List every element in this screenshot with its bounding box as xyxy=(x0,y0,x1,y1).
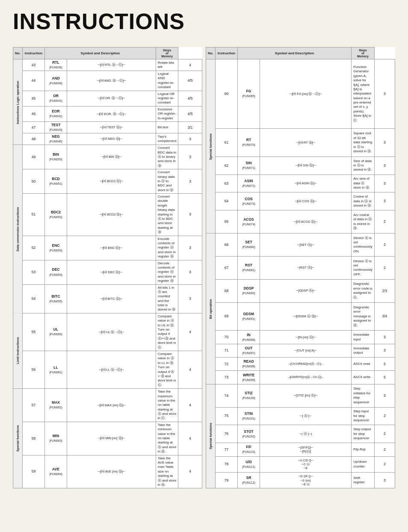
row-symbol: ─[⒜ RTL ⓑ→ⓒ]─ xyxy=(67,59,156,71)
row-symbol: ─[⒜ SIN ⓑ]─ xyxy=(260,157,352,174)
row-no: 72 xyxy=(216,358,238,371)
row-no: 77 xyxy=(216,443,238,456)
category-label-data-conv: Data conversion instructions xyxy=(13,145,23,313)
row-no: 65 xyxy=(216,210,238,233)
table-row: Special functions 74 STIZ(FUN100) ─[STIZ… xyxy=(206,384,395,407)
row-instruction: COS(FUN073) xyxy=(238,192,260,210)
table-row: 75 STIN(FUN101) ─[ Ⓐ ]─ Step input for s… xyxy=(206,407,395,425)
table-row: 72 READ(FUN098) ─[CH.⒜READ[nn]ⓑ→ⓒ]─ ASCI… xyxy=(206,358,395,371)
table-row: 54 BITC(FUN055) ─[⒜ BITC ⓑ]─ All bits 1 … xyxy=(13,284,202,313)
row-symbol: ─[DDSP Ⓐ]─ xyxy=(260,279,352,302)
row-instruction: SR(FUN112) xyxy=(238,472,260,488)
table-row: 67 RST(FUN081) ─[RST Ⓐ]─ Device Ⓐ is set… xyxy=(206,256,395,279)
row-instruction: ACOS(FUN074) xyxy=(238,210,260,233)
row-symbol: ─[⒜ ASIN ⓑ]─ xyxy=(260,174,352,192)
row-steps: 3 xyxy=(178,145,202,169)
row-symbol: ─[⒜ DEC ⓑ]─ xyxy=(67,260,156,284)
row-instruction: U/D(FUN111) xyxy=(238,456,260,472)
table-row: 52 ENC(FUN053) ─[⒜ ENC ⓑ]─ Encode conten… xyxy=(13,236,202,260)
row-symbol: ─[⒜ BCD2 ⓑ]─ xyxy=(67,194,156,236)
row-instruction: STIN(FUN101) xyxy=(238,407,260,425)
table-row: 50 BCD(FUN051) ─[⒜ BCD1 ⓑ]─ Convert bina… xyxy=(13,169,202,194)
page-title: INSTRUCTIONS xyxy=(13,9,395,34)
row-no: 76 xyxy=(216,425,238,443)
row-symbol: ─[⒜ ACOS ⓑ]─ xyxy=(260,210,352,233)
table-row: 65 ACOS(FUN074) ─[⒜ ACOS ⓑ]─ Arc cosine … xyxy=(206,210,395,233)
row-steps: 4 xyxy=(178,389,202,422)
row-no: 52 xyxy=(23,236,45,260)
row-no: 53 xyxy=(23,260,45,284)
table-row: 46 EOR(FUN042) ─[⒜ EOR. ⓑ→ⓒ]─ Exclusive … xyxy=(13,106,202,121)
row-no: 64 xyxy=(216,192,238,210)
table-row: 77 F/F(FUN110) ─[SF/FQ]─ ─[R(Ⓐ)] Filp-fl… xyxy=(206,443,395,456)
row-instruction: FG(FUN065) xyxy=(238,59,260,129)
row-steps: 3 xyxy=(178,194,202,236)
table-row: Data conversion instructions 49 BIN(FUN0… xyxy=(13,145,202,169)
row-symbol: ─[CH.⒜READ[nn]ⓑ→ⓒ]─ xyxy=(260,358,352,371)
table-row: 53 DEC(FUN054) ─[⒜ DEC ⓑ]─ Decode conten… xyxy=(13,260,202,284)
row-no: 79 xyxy=(216,472,238,488)
row-steps: 3 xyxy=(374,331,395,344)
row-instruction: TEST(FUN043) xyxy=(45,122,67,133)
row-symbol: ─[⒜ FG [nn] ⓑ→ⓒ]─ xyxy=(260,59,352,129)
row-desc: Square root of 32-bit data starting in Ⓐ… xyxy=(352,128,374,157)
table-row: 61 RT(FUN070) ─[⒜ RT ⓑ]─ Square root of … xyxy=(206,128,395,157)
row-instruction: WRITE(FUN099) xyxy=(238,371,260,384)
row-steps: 3 xyxy=(374,192,395,210)
row-desc: Up/down counter xyxy=(352,456,374,472)
row-desc: Cosine of data in Ⓐ is stored in Ⓑ. xyxy=(352,192,374,210)
left-instruction-table: No. Instruction Symbol and Description S… xyxy=(13,47,202,488)
row-instruction: RST(FUN081) xyxy=(238,256,260,279)
row-symbol: ─[⒜ NEG ⓑ]─ xyxy=(67,133,156,145)
table-row: 62 SIN(FUN071) ─[⒜ SIN ⓑ]─ Sine of data … xyxy=(206,157,395,174)
row-no: 44 xyxy=(23,71,45,91)
table-row: Bit operation 66 SET(FUN080) ─[SET Ⓐ]─ D… xyxy=(206,233,395,257)
row-desc: Diagnostic error code is assigned to Ⓐ. xyxy=(352,279,374,302)
row-symbol: ─[⒜ BCD1 ⓑ]─ xyxy=(67,169,156,194)
row-steps: 3 xyxy=(374,344,395,357)
row-desc: Two's complement xyxy=(156,133,178,145)
table-row: 70 IN(FUN096) ─[IN [nn] Ⓐ]─ Immediate in… xyxy=(206,331,395,344)
row-symbol: ─[RST Ⓐ]─ xyxy=(260,256,352,279)
row-instruction: SET(FUN080) xyxy=(238,233,260,257)
row-desc: Compare value in Ⓐ to LL in Ⓑ. Turn on o… xyxy=(156,351,178,388)
row-desc: Decode contents of register Ⓐ and store … xyxy=(156,260,178,284)
row-desc: Shift register xyxy=(352,472,374,488)
row-symbol: ─[⒜ BIN ⓑ]─ xyxy=(67,145,156,169)
row-instruction: UL(FUN060) xyxy=(45,313,67,351)
row-steps: 2 xyxy=(374,233,395,257)
row-no: 59 xyxy=(23,455,45,488)
row-instruction: OR(FUN041) xyxy=(45,91,67,106)
row-desc: Encode contents of register Ⓐ and store … xyxy=(156,236,178,260)
row-steps: 5 xyxy=(374,371,395,384)
table-row: 71 OUT(FUN097) ─[OUT [nn] A]─ Immediate … xyxy=(206,344,395,357)
row-steps: 3/1 xyxy=(178,122,202,133)
table-row: 63 ASIN(FUN072) ─[⒜ ASIN ⓑ]─ Arc sine of… xyxy=(206,174,395,192)
row-symbol: ─D SR Q─ ─S (nn) ─E Ⓐ xyxy=(260,472,352,488)
row-steps: 3 xyxy=(178,284,202,313)
row-instruction: IN(FUN096) xyxy=(238,331,260,344)
row-desc: Immediate input xyxy=(352,331,374,344)
row-instruction: STOT(FUN102) xyxy=(238,425,260,443)
row-symbol: ─[SET Ⓐ]─ xyxy=(260,233,352,257)
row-no: 70 xyxy=(216,331,238,344)
table-row: Instructions Logic operation 43 RTL(FUN0… xyxy=(13,59,202,71)
row-steps: 3 xyxy=(374,157,395,174)
table-row: 78 U/D(FUN111) ─U C/D Q─ ─C Ⓐ ─E Up/down… xyxy=(206,456,395,472)
row-desc: Take the minimum value in the nn table s… xyxy=(156,422,178,455)
row-steps: 2 xyxy=(374,407,395,425)
row-desc: Sine of data in Ⓐ is stored in Ⓑ. xyxy=(352,157,374,174)
table-row: Special functions 57 MAX(FUN062) ─[⒜ MAX… xyxy=(13,389,202,422)
row-no: 73 xyxy=(216,371,238,384)
table-row: 56 LL(FUN061) ─[⒜ LL ⓑ→ⓒ]─ Compare value… xyxy=(13,351,202,388)
table-row: 58 MIN(FUN063) ─[⒜ MIN [nn] ⓑ]─ Take the… xyxy=(13,422,202,455)
table-row: 79 SR(FUN112) ─D SR Q─ ─S (nn) ─E Ⓐ Shif… xyxy=(206,472,395,488)
row-desc: Take the AVE value man Table size nn sta… xyxy=(156,455,178,488)
row-symbol: ─[IN [nn] Ⓐ]─ xyxy=(260,331,352,344)
row-no: 51 xyxy=(23,194,45,236)
row-no: 60 xyxy=(216,59,238,129)
row-symbol: ─[⒜ UL ⓑ→ⓒ]─ xyxy=(67,313,156,351)
row-instruction: ENC(FUN053) xyxy=(45,236,67,260)
row-steps: 4/5 xyxy=(178,106,202,121)
col-header-symbol: Symbol and Description xyxy=(45,47,156,59)
